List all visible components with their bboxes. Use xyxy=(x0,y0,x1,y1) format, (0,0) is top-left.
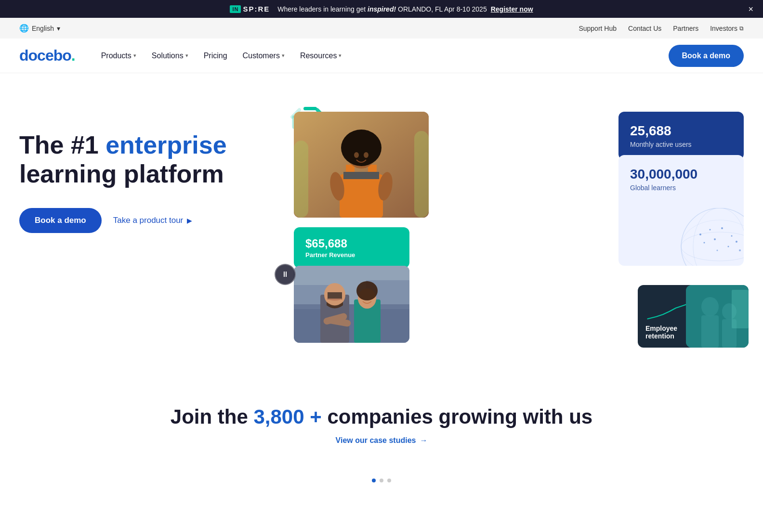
global-learners-label: Global learners xyxy=(630,184,732,192)
svg-rect-11 xyxy=(414,131,429,218)
utility-links: Support Hub Contact Us Partners Investor… xyxy=(579,25,744,32)
carousel-dot-3[interactable] xyxy=(387,479,391,482)
product-tour-link[interactable]: Take a product tour ▶ xyxy=(113,216,193,225)
globe-visualization xyxy=(652,208,744,266)
monthly-users-number: 25,688 xyxy=(630,123,732,139)
partners-link[interactable]: Partners xyxy=(673,25,698,32)
main-nav: docebo. Products ▾ Solutions ▾ Pricing C… xyxy=(0,39,763,73)
teal-photo-illustration xyxy=(686,285,749,348)
hero-section: The #1 enterprise learning platform Book… xyxy=(0,73,763,376)
utility-nav: 🌐 English ▾ Support Hub Contact Us Partn… xyxy=(0,18,763,39)
banner-message: Where leaders in learning get inspired! … xyxy=(277,5,487,13)
svg-point-16 xyxy=(681,232,744,261)
language-label: English xyxy=(32,25,54,32)
partner-revenue-label: Partner Revenue xyxy=(305,251,398,259)
banner-close-button[interactable]: × xyxy=(748,4,753,14)
hero-photo-bottom xyxy=(294,266,409,343)
svg-point-15 xyxy=(693,208,744,266)
join-section: Join the 3,800 + companies growing with … xyxy=(0,376,763,464)
svg-point-21 xyxy=(731,235,733,237)
nav-products[interactable]: Products ▾ xyxy=(94,48,143,64)
svg-point-22 xyxy=(736,241,737,243)
svg-point-20 xyxy=(721,227,723,229)
language-selector[interactable]: 🌐 English ▾ xyxy=(19,24,60,33)
svg-rect-47 xyxy=(732,290,749,328)
inspire-logo-text: SP:RE xyxy=(243,5,270,13)
nav-pricing[interactable]: Pricing xyxy=(197,48,234,64)
hero-title: The #1 enterprise learning platform xyxy=(19,131,241,189)
resources-chevron: ▾ xyxy=(339,52,342,59)
banner-register-link[interactable]: Register now xyxy=(491,5,533,13)
play-icon: ▶ xyxy=(187,217,192,224)
svg-rect-30 xyxy=(294,304,409,343)
hero-collage: 25,688 Monthly active users 30,000,000 G… xyxy=(260,102,744,357)
inspire-logo: IN SP:RE xyxy=(230,5,270,13)
nav-customers[interactable]: Customers ▾ xyxy=(236,48,291,64)
customers-chevron: ▾ xyxy=(282,52,285,59)
top-banner: IN SP:RE Where leaders in learning get i… xyxy=(0,0,763,18)
svg-rect-44 xyxy=(701,315,719,348)
carousel-dots xyxy=(0,469,763,492)
nav-resources[interactable]: Resources ▾ xyxy=(293,48,348,64)
pause-button[interactable]: ⏸ xyxy=(275,264,296,285)
svg-rect-4 xyxy=(343,172,379,179)
hero-photo-teal xyxy=(686,285,749,348)
hero-photo-main xyxy=(294,112,429,218)
logo[interactable]: docebo. xyxy=(19,47,75,65)
products-chevron: ▾ xyxy=(133,52,136,59)
hero-actions: Book a demo Take a product tour ▶ xyxy=(19,208,241,233)
svg-point-17 xyxy=(681,220,744,266)
svg-point-8 xyxy=(354,152,359,158)
svg-point-26 xyxy=(739,249,741,251)
partner-revenue-number: $65,688 xyxy=(305,237,398,250)
carousel-dot-2[interactable] xyxy=(380,479,383,482)
partner-revenue-card: $65,688 Partner Revenue xyxy=(294,227,409,268)
hero-book-demo-button[interactable]: Book a demo xyxy=(19,208,102,233)
global-learners-number: 30,000,000 xyxy=(630,167,732,182)
svg-point-27 xyxy=(717,250,718,251)
svg-point-19 xyxy=(710,229,711,231)
svg-point-38 xyxy=(356,281,378,300)
monthly-users-label: Monthly active users xyxy=(630,141,732,148)
case-studies-link[interactable]: View our case studies → xyxy=(336,436,428,445)
person-illustration xyxy=(294,112,429,218)
svg-rect-10 xyxy=(294,141,308,218)
svg-point-43 xyxy=(701,297,719,316)
svg-point-9 xyxy=(364,152,368,158)
global-learners-card: 30,000,000 Global learners xyxy=(618,155,744,266)
carousel-dot-1[interactable] xyxy=(372,479,376,482)
join-subtitle: View our case studies → xyxy=(19,436,744,445)
inspire-logo-box: IN xyxy=(230,5,241,13)
join-title: Join the 3,800 + companies growing with … xyxy=(19,405,744,428)
investors-link[interactable]: Investors ⧉ xyxy=(710,25,744,32)
monthly-users-card: 25,688 Monthly active users xyxy=(618,112,744,160)
nav-solutions[interactable]: Solutions ▾ xyxy=(145,48,195,64)
contact-us-link[interactable]: Contact Us xyxy=(628,25,661,32)
svg-point-7 xyxy=(341,130,382,166)
solutions-chevron: ▾ xyxy=(185,52,188,59)
svg-point-18 xyxy=(699,234,701,235)
hero-content: The #1 enterprise learning platform Book… xyxy=(19,102,241,233)
nav-book-demo-button[interactable]: Book a demo xyxy=(669,45,744,67)
globe-icon: 🌐 xyxy=(19,24,29,33)
pause-icon: ⏸ xyxy=(281,270,289,279)
external-link-icon: ⧉ xyxy=(739,25,744,32)
support-hub-link[interactable]: Support Hub xyxy=(579,25,617,32)
nav-items: Products ▾ Solutions ▾ Pricing Customers… xyxy=(94,48,669,64)
arrow-right-icon: → xyxy=(420,436,427,445)
svg-rect-1 xyxy=(340,174,383,218)
svg-rect-35 xyxy=(328,292,342,299)
svg-point-25 xyxy=(728,246,729,247)
team-photo-illustration xyxy=(294,266,409,343)
svg-point-24 xyxy=(714,238,716,240)
language-chevron: ▾ xyxy=(57,25,60,32)
svg-point-23 xyxy=(704,242,705,244)
